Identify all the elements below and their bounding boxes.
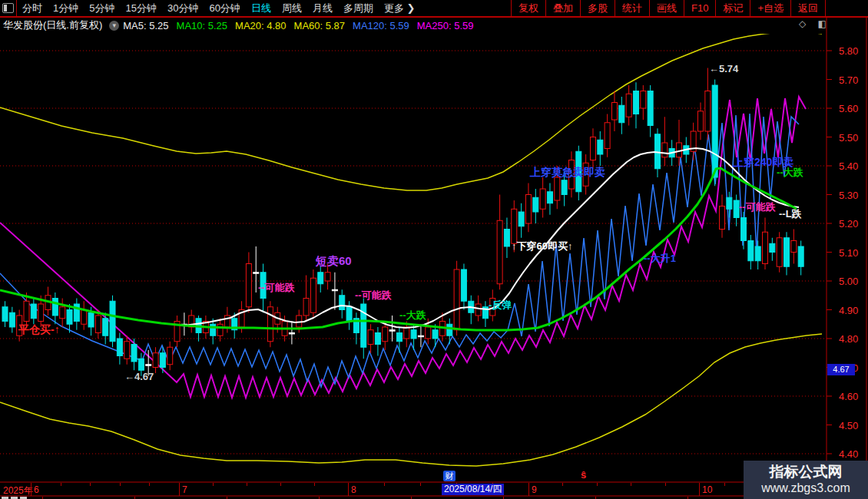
timeline-minor-tick	[90, 483, 91, 486]
watermark: 指标公式网 www.zbgs3.com	[744, 461, 868, 499]
candle	[289, 333, 294, 335]
candle	[525, 195, 531, 224]
axis-price-label: 4.90	[839, 305, 865, 316]
timeline-year-label: 2025年	[3, 484, 33, 497]
tab-1分钟[interactable]: 1分钟	[48, 0, 84, 16]
tab-更多 ❯[interactable]: 更多 ❯	[379, 0, 421, 16]
chevron-down-icon[interactable]: ▾	[109, 21, 119, 31]
candle	[103, 319, 108, 336]
stock-title: 华发股份(日线.前复权)	[0, 18, 105, 32]
timeline-minor-tick	[213, 483, 214, 486]
toolbar-right-buttons: 复权叠加多股统计画线F10标记+自选返回	[511, 0, 868, 16]
toolbar-button-多股[interactable]: 多股	[580, 0, 615, 16]
candle	[432, 330, 438, 339]
signal-annotation: ←4.67	[124, 371, 154, 382]
candle	[562, 180, 567, 195]
signal-annotation: --可能跌	[355, 289, 392, 302]
tab-分时[interactable]: 分时	[17, 0, 48, 16]
toolbar-button-F10[interactable]: F10	[684, 0, 715, 16]
dividend-marker[interactable]: ŝ	[581, 469, 586, 481]
chart-header: 华发股份(日线.前复权) ▾ MA5: 5.25MA10: 5.25MA20: …	[0, 17, 868, 34]
candle	[497, 220, 502, 284]
timeline-month-divider	[31, 483, 31, 496]
axis-price-label: 5.10	[839, 247, 865, 259]
finance-event-marker[interactable]: 财	[443, 471, 456, 481]
signal-annotation: 短卖60	[316, 254, 352, 269]
candlestick-chart[interactable]	[0, 0, 868, 499]
candle	[52, 299, 58, 316]
timeline-minor-tick	[665, 483, 666, 486]
candle	[267, 307, 273, 342]
candle	[712, 85, 717, 177]
tab-15分钟[interactable]: 15分钟	[120, 0, 161, 16]
candle	[325, 273, 330, 281]
ma-label: MA120: 5.59	[353, 20, 409, 31]
timeline-minor-tick	[384, 483, 385, 486]
tab-月线[interactable]: 月线	[307, 0, 338, 16]
candle	[555, 177, 560, 200]
candle	[253, 273, 259, 274]
candle	[332, 289, 337, 291]
toolbar-button-+自选[interactable]: +自选	[750, 0, 790, 16]
corner-icons[interactable]: ◇ ◧	[799, 18, 831, 29]
candle	[389, 330, 395, 332]
candle	[95, 316, 101, 333]
candle	[720, 207, 725, 230]
ma-label: MA10: 5.25	[177, 20, 228, 31]
candle	[784, 238, 790, 267]
timeline-month-label: 7	[182, 484, 187, 495]
ma-label: MA20: 4.80	[235, 20, 287, 31]
candle	[411, 330, 416, 339]
tab-5分钟[interactable]: 5分钟	[84, 0, 120, 16]
window-icon-cell[interactable]	[0, 0, 17, 16]
signal-annotation: --L跌	[779, 207, 802, 221]
tab-日线[interactable]: 日线	[246, 0, 277, 16]
timeline-minor-tick	[61, 483, 61, 486]
toolbar-button-复权[interactable]: 复权	[511, 0, 545, 16]
candle	[770, 243, 775, 252]
axis-price-label: 5.00	[839, 276, 865, 287]
candle	[727, 197, 732, 209]
timeline-month-divider	[699, 483, 700, 496]
toolbar-button-统计[interactable]: 统计	[615, 0, 649, 16]
signal-annotation: --可能跌	[739, 200, 776, 214]
signal-annotation: --大升1	[644, 252, 676, 266]
candle	[447, 324, 452, 335]
candle	[798, 246, 803, 266]
candle	[504, 230, 509, 247]
candle	[791, 241, 797, 253]
candle	[340, 296, 345, 310]
tab-周线[interactable]: 周线	[277, 0, 307, 16]
timeline-minor-tick	[247, 483, 247, 486]
toolbar-button-返回[interactable]: 返回	[790, 0, 826, 16]
toolbar-button-叠加[interactable]: 叠加	[545, 0, 580, 16]
signal-annotation: --可能跌	[258, 281, 295, 295]
candle	[153, 353, 158, 368]
timeline-month-label: 9	[532, 484, 537, 495]
axis-price-label: 5.40	[839, 160, 865, 172]
candle	[9, 312, 15, 327]
candle	[619, 105, 624, 123]
timeline-minor-tick	[562, 483, 563, 486]
candle	[117, 339, 122, 356]
axis-price-label: 5.80	[839, 45, 865, 57]
candle	[146, 365, 151, 366]
candle	[81, 310, 87, 325]
candle	[67, 310, 72, 325]
candle	[547, 192, 552, 203]
candle	[454, 269, 459, 330]
candle	[217, 324, 223, 335]
tab-多周期[interactable]: 多周期	[338, 0, 379, 16]
signal-annotation: ←5.74	[709, 63, 738, 74]
tab-60分钟[interactable]: 60分钟	[204, 0, 245, 16]
candle	[124, 342, 130, 359]
tab-30分钟[interactable]: 30分钟	[162, 0, 204, 16]
signal-annotation: 平仓买-↑	[18, 323, 60, 337]
candle	[641, 91, 646, 109]
toolbar-button-画线[interactable]: 画线	[649, 0, 684, 16]
timeline-minor-tick	[314, 483, 315, 486]
toolbar-button-标记[interactable]: 标记	[715, 0, 750, 16]
trading-app-window: 分时1分钟5分钟15分钟30分钟60分钟日线周线月线多周期更多 ❯ 复权叠加多股…	[0, 0, 868, 499]
candle	[224, 316, 230, 327]
candle	[598, 140, 603, 154]
